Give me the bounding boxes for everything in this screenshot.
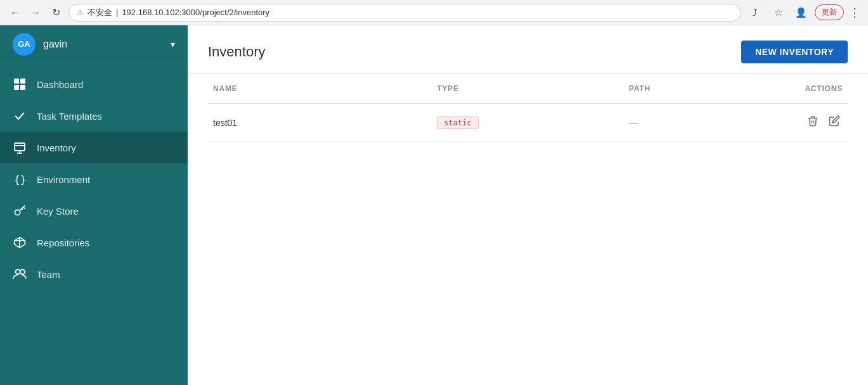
- cell-actions: [784, 104, 848, 142]
- sidebar-nav: Dashboard Task Templates: [0, 63, 188, 295]
- sidebar-item-label: Dashboard: [37, 79, 83, 90]
- cell-path: —: [624, 104, 784, 142]
- col-header-name: NAME: [208, 74, 432, 104]
- sidebar-item-repositories[interactable]: Repositories: [0, 227, 188, 258]
- main-header: Inventory NEW INVENTORY: [188, 25, 868, 74]
- svg-line-11: [23, 207, 25, 209]
- address-bar[interactable]: ⚠ 不安全 | 192.168.10.102:3000/project/2/in…: [68, 4, 741, 22]
- profile-button[interactable]: 👤: [792, 4, 810, 22]
- dashboard-icon: [13, 77, 27, 91]
- bookmark-button[interactable]: ☆: [769, 4, 787, 22]
- sidebar-item-inventory[interactable]: Inventory: [0, 132, 188, 163]
- username: gavin: [43, 39, 163, 50]
- sidebar-item-task-templates[interactable]: Task Templates: [0, 100, 188, 132]
- back-button[interactable]: ←: [8, 5, 23, 20]
- sidebar-item-label: Repositories: [37, 237, 89, 248]
- svg-rect-1: [20, 79, 25, 84]
- chevron-down-icon: ▾: [171, 39, 175, 49]
- svg-rect-0: [14, 79, 19, 84]
- col-header-type: TYPE: [432, 74, 624, 104]
- cell-type: static: [432, 104, 624, 142]
- type-badge: static: [437, 117, 478, 129]
- sidebar-item-key-store[interactable]: Key Store: [0, 195, 188, 227]
- new-inventory-button[interactable]: NEW INVENTORY: [741, 41, 848, 63]
- sidebar-item-dashboard[interactable]: Dashboard: [0, 68, 188, 100]
- svg-rect-4: [15, 143, 25, 151]
- delete-button[interactable]: [805, 113, 821, 132]
- inventory-table: NAME TYPE PATH ACTIONS test01static—: [208, 74, 848, 142]
- separator: |: [116, 8, 118, 17]
- sidebar-item-team[interactable]: Team: [0, 258, 188, 290]
- user-menu[interactable]: GA gavin ▾: [0, 25, 188, 63]
- url-text: 192.168.10.102:3000/project/2/inventory: [122, 8, 269, 17]
- task-templates-icon: [13, 109, 27, 123]
- app: GA gavin ▾ Dashboard: [0, 25, 868, 385]
- inventory-icon: [13, 141, 27, 155]
- svg-point-17: [20, 270, 25, 274]
- sidebar-item-label: Key Store: [37, 206, 79, 217]
- environment-icon: {}: [13, 172, 27, 186]
- browser-actions: ⤴ ☆ 👤 更新 ⋮: [746, 4, 860, 22]
- sidebar-item-label: Task Templates: [37, 111, 102, 122]
- repositories-icon: [13, 236, 27, 249]
- page-title: Inventory: [208, 44, 266, 60]
- svg-text:{}: {}: [14, 174, 26, 185]
- update-button[interactable]: 更新: [815, 4, 844, 20]
- reload-button[interactable]: ↻: [48, 5, 63, 20]
- menu-button[interactable]: ⋮: [849, 6, 860, 20]
- avatar: GA: [13, 33, 36, 56]
- share-button[interactable]: ⤴: [746, 4, 764, 22]
- cell-name: test01: [208, 104, 432, 142]
- svg-point-16: [16, 270, 20, 274]
- svg-point-9: [15, 210, 20, 215]
- forward-button[interactable]: →: [28, 5, 43, 20]
- svg-rect-3: [20, 85, 25, 90]
- col-header-actions: ACTIONS: [784, 74, 848, 104]
- team-icon: [13, 267, 27, 281]
- svg-line-12: [22, 209, 23, 210]
- inventory-table-container: NAME TYPE PATH ACTIONS test01static—: [188, 74, 868, 385]
- browser-bar: ← → ↻ ⚠ 不安全 | 192.168.10.102:3000/projec…: [0, 0, 868, 25]
- key-store-icon: [13, 204, 27, 218]
- sidebar-item-label: Team: [37, 269, 60, 280]
- table-row: test01static—: [208, 104, 848, 142]
- sidebar: GA gavin ▾ Dashboard: [0, 25, 188, 385]
- col-header-path: PATH: [624, 74, 784, 104]
- warning-text: 不安全: [87, 7, 112, 18]
- sidebar-item-label: Environment: [37, 174, 90, 185]
- main-content: Inventory NEW INVENTORY NAME TYPE PATH A…: [188, 25, 868, 385]
- edit-button[interactable]: [826, 113, 843, 132]
- sidebar-item-environment[interactable]: {} Environment: [0, 163, 188, 195]
- table-header-row: NAME TYPE PATH ACTIONS: [208, 74, 848, 104]
- warning-icon: ⚠: [77, 8, 84, 17]
- svg-rect-2: [14, 85, 19, 90]
- sidebar-item-label: Inventory: [37, 142, 76, 153]
